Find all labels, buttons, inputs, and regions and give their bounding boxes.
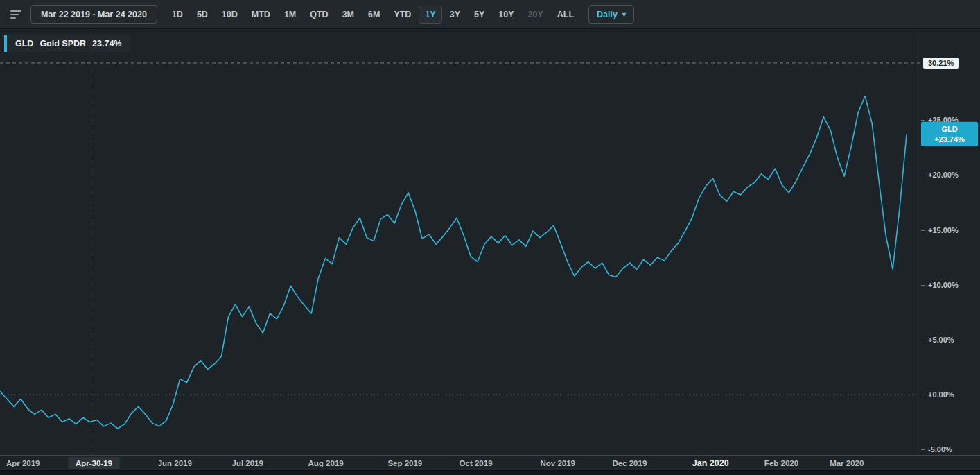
bottom-scrollbar[interactable]: [0, 470, 980, 475]
y-axis-label: +5.00%: [928, 336, 954, 344]
period-button-all[interactable]: ALL: [551, 6, 580, 24]
y-axis-label: +10.00%: [928, 281, 959, 289]
legend-symbol: GLD: [15, 39, 33, 49]
y-axis-high-label: 30.21%: [923, 58, 959, 69]
last-price-tag: GLD+23.74%: [921, 122, 978, 146]
period-button-3y[interactable]: 3Y: [444, 6, 466, 24]
toolbar: Mar 22 2019 - Mar 24 2020 1D 5D 10D MTD …: [0, 0, 980, 29]
x-axis[interactable]: Apr 2019Apr-30-19Jun 2019Jul 2019Aug 201…: [0, 455, 980, 470]
chart-region: GLD Gold SPDR 23.74% 30.21%+25.00%+20.00…: [0, 29, 980, 455]
plot-area[interactable]: GLD Gold SPDR 23.74%: [0, 29, 920, 455]
y-axis-label: +20.00%: [928, 171, 959, 179]
legend-name: Gold SPDR: [40, 39, 86, 49]
legend-color-bar: [4, 35, 7, 52]
x-axis-label: Jul 2019: [232, 459, 263, 467]
x-axis-label: Feb 2020: [764, 459, 798, 467]
y-axis-label: -5.00%: [928, 445, 952, 454]
period-button-5y[interactable]: 5Y: [468, 6, 491, 24]
period-button-5d[interactable]: 5D: [191, 6, 214, 24]
x-axis-label: Nov 2019: [541, 459, 576, 467]
period-button-qtd[interactable]: QTD: [304, 6, 334, 24]
chart-list-icon[interactable]: [7, 6, 25, 24]
price-line: [0, 96, 907, 429]
charting-app: Mar 22 2019 - Mar 24 2020 1D 5D 10D MTD …: [0, 0, 980, 475]
period-button-ytd[interactable]: YTD: [387, 6, 417, 24]
period-button-1d[interactable]: 1D: [166, 6, 189, 24]
x-axis-label: Jun 2019: [158, 459, 192, 467]
y-axis-label: +0.00%: [928, 390, 954, 399]
x-axis-label: Mar 2020: [830, 459, 864, 467]
period-button-20y[interactable]: 20Y: [522, 6, 550, 24]
period-button-3m[interactable]: 3M: [336, 6, 360, 24]
x-axis-label: Apr 2019: [6, 459, 40, 467]
frequency-dropdown[interactable]: Daily ▾: [588, 5, 634, 24]
period-selector: 1D 5D 10D MTD 1M QTD 3M 6M YTD 1Y 3Y 5Y …: [166, 6, 580, 24]
period-button-mtd[interactable]: MTD: [245, 6, 277, 24]
legend-change: 23.74%: [92, 39, 121, 49]
x-axis-label: Dec 2019: [612, 459, 647, 467]
period-button-10d[interactable]: 10D: [216, 6, 244, 24]
date-range-button[interactable]: Mar 22 2019 - Mar 24 2020: [30, 5, 157, 24]
x-axis-label: Oct 2019: [460, 459, 493, 467]
period-button-6m[interactable]: 6M: [362, 6, 386, 24]
x-axis-label: Sep 2019: [387, 459, 422, 467]
period-button-10y[interactable]: 10Y: [492, 6, 520, 24]
period-button-1m[interactable]: 1M: [278, 6, 302, 24]
x-axis-label: Aug 2019: [308, 459, 344, 467]
chart-legend[interactable]: GLD Gold SPDR 23.74%: [4, 35, 130, 52]
x-axis-crosshair-label: Apr-30-19: [69, 457, 119, 469]
y-axis[interactable]: 30.21%+25.00%+20.00%+15.00%+10.00%+5.00%…: [920, 29, 979, 455]
frequency-label: Daily: [597, 10, 618, 19]
chevron-down-icon: ▾: [622, 10, 626, 18]
y-axis-label: +15.00%: [928, 226, 959, 234]
price-chart-svg: [0, 29, 920, 455]
x-axis-label: Jan 2020: [692, 458, 729, 468]
period-button-1y[interactable]: 1Y: [419, 6, 441, 24]
list-lines-icon: [9, 8, 23, 21]
